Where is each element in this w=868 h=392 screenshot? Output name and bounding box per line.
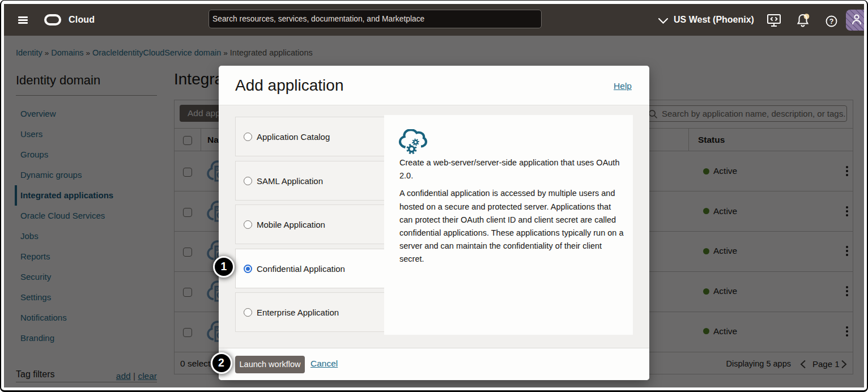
svg-text:?: ? xyxy=(829,18,834,25)
